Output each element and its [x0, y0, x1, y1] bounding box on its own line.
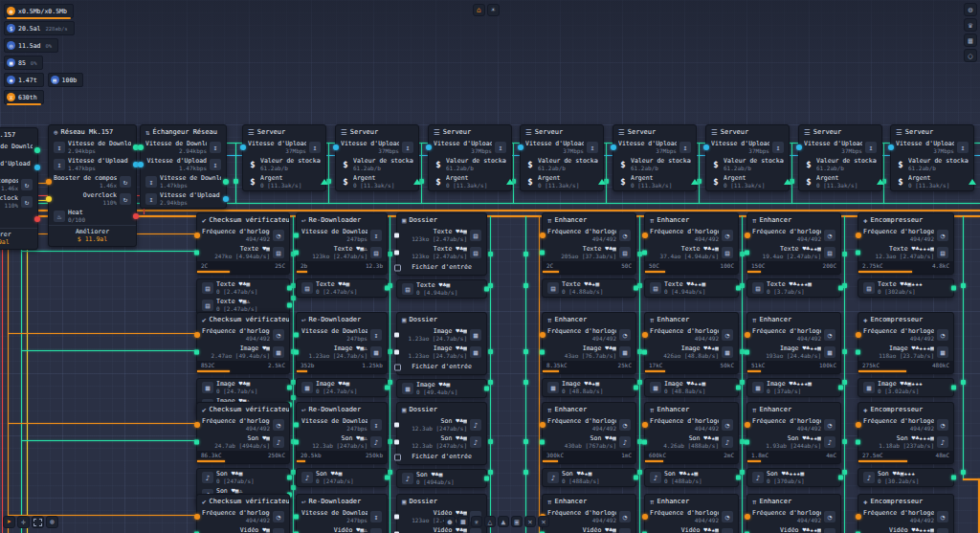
input-port[interactable]	[856, 440, 860, 445]
input-port[interactable]	[138, 144, 144, 150]
output-port[interactable]	[223, 196, 229, 202]
wire-junction[interactable]	[961, 283, 966, 288]
main-card[interactable]: ▣DossierSon ♥♣▦12.3ab [247ab/s]♪Son ♥♣▦1…	[396, 402, 487, 465]
input-port[interactable]	[194, 422, 200, 428]
upgrade-button[interactable]: Améliorer$ 11.9al	[0, 228, 37, 249]
main-card[interactable]: ⇈EnhancerFréquence d'horloge494/492◔Text…	[746, 212, 841, 275]
main-card[interactable]: ↩Re-DownloaderVitesse de Download247bps↧…	[296, 212, 388, 275]
output-port[interactable]	[385, 286, 390, 291]
output-port[interactable]	[321, 179, 328, 185]
input-port[interactable]	[540, 233, 546, 238]
outputs-card[interactable]: ▤Texte ♥♣★▦0 [4.88ab/s]	[542, 278, 636, 298]
main-card[interactable]: ⇈EnhancerFréquence d'horloge494/492◔Son …	[644, 402, 739, 464]
main-card[interactable]: ✚EncompresseurFréquence d'horloge494/492…	[858, 494, 954, 533]
tool-square-filled[interactable]: ▣	[511, 516, 523, 527]
output-port[interactable]	[634, 386, 638, 390]
input-port[interactable]	[294, 333, 299, 338]
output-port[interactable]	[413, 179, 421, 185]
wire-junction[interactable]	[523, 349, 528, 354]
delete-tool[interactable]: ⊗	[46, 516, 58, 528]
outputs-card[interactable]: ▤Texte ♥♣▦0 [2.47ab/s]	[296, 278, 388, 298]
home-button[interactable]: ⌂	[473, 4, 485, 16]
output-port[interactable]	[838, 286, 843, 291]
pan-tool[interactable]: ✛	[17, 516, 30, 528]
server-node-card[interactable]: ☰ServeurVitesse d'Upload37Mbps↥$Valeur d…	[335, 124, 419, 191]
input-port[interactable]	[856, 350, 860, 355]
output-port[interactable]	[838, 386, 843, 390]
achievements-button[interactable]: ♛	[964, 18, 977, 32]
tool-close-1[interactable]: ✕	[524, 516, 536, 527]
input-port[interactable]	[333, 144, 339, 150]
theme-button[interactable]: ☀	[487, 4, 500, 16]
outputs-card[interactable]: ▦Image ♥♣★★▦0 [48.8ab/s]	[644, 378, 739, 397]
main-card[interactable]: ⇈EnhancerFréquence d'horloge494/492◔Vidé…	[542, 494, 636, 533]
main-card[interactable]: ⇈EnhancerFréquence d'horloge494/492◔Imag…	[542, 312, 636, 374]
input-port[interactable]	[426, 144, 432, 150]
input-port[interactable]	[394, 515, 399, 520]
main-card[interactable]: ✔Checksum vérificateurFréquence d'horlog…	[196, 312, 290, 374]
wire-junction[interactable]	[388, 470, 392, 475]
wire-junction[interactable]	[740, 380, 745, 385]
output-port[interactable]	[484, 287, 489, 292]
output-port[interactable]	[34, 147, 40, 153]
server-node-card[interactable]: ☰ServeurVitesse d'Upload37Mbps↥$Valeur d…	[242, 124, 326, 191]
select-tool[interactable]: ➤	[3, 516, 15, 528]
output-port[interactable]	[951, 386, 956, 390]
output-port[interactable]	[838, 476, 843, 480]
input-port[interactable]	[745, 251, 749, 255]
input-port[interactable]	[540, 332, 546, 338]
input-port[interactable]	[745, 332, 750, 338]
tool-circle[interactable]: ●	[444, 516, 456, 527]
output-port[interactable]	[634, 286, 638, 291]
output-port[interactable]	[736, 286, 741, 291]
input-port[interactable]	[294, 423, 299, 428]
settings-button[interactable]: ⚙	[964, 3, 977, 16]
input-port[interactable]	[194, 233, 200, 238]
output-port[interactable]	[951, 476, 956, 480]
input-port[interactable]	[138, 162, 144, 167]
input-port[interactable]	[194, 332, 200, 338]
input-port[interactable]	[194, 440, 199, 445]
output-port[interactable]	[784, 179, 791, 185]
input-port[interactable]	[394, 365, 401, 371]
tool-triangle-filled[interactable]: ▲	[498, 516, 509, 527]
main-card[interactable]: ⇈EnhancerFréquence d'horloge494/492◔Vidé…	[746, 494, 841, 533]
tool-asterisk[interactable]: ✳	[471, 516, 482, 527]
input-port[interactable]	[703, 144, 709, 150]
input-port[interactable]	[294, 440, 299, 445]
input-port[interactable]	[540, 440, 545, 445]
input-port[interactable]	[194, 251, 199, 255]
output-port[interactable]	[287, 476, 292, 480]
output-port[interactable]	[34, 165, 40, 170]
input-port[interactable]	[745, 422, 750, 428]
server-node-card[interactable]: ☰ServeurVitesse d'Upload37Mbps↥$Valeur d…	[612, 124, 697, 191]
wire-junction[interactable]	[637, 380, 642, 385]
input-port[interactable]	[540, 251, 545, 255]
main-card[interactable]: ↩Re-DownloaderVitesse de Download247bps↧…	[296, 402, 388, 464]
output-port[interactable]	[598, 179, 606, 185]
output-port[interactable]	[385, 386, 390, 390]
main-card[interactable]: ✔Checksum vérificateurFréquence d'horlog…	[196, 494, 290, 533]
output-port[interactable]	[484, 387, 489, 391]
wire-junction[interactable]	[961, 380, 966, 385]
input-port[interactable]	[611, 144, 616, 150]
wire-junction[interactable]	[523, 439, 528, 444]
input-port[interactable]	[745, 233, 750, 238]
input-port[interactable]	[856, 233, 861, 238]
output-port[interactable]	[287, 303, 292, 308]
main-card[interactable]: ▣DossierTexte ♥♣▦123ko [2.47ab/s]▤Texte …	[396, 212, 487, 276]
server-node-card[interactable]: ☰ServeurVitesse d'Upload37Mbps↥$Valeur d…	[520, 124, 604, 191]
output-port[interactable]	[287, 286, 292, 291]
input-port[interactable]	[642, 332, 648, 338]
wire-junction[interactable]	[388, 439, 392, 444]
input-port[interactable]	[745, 350, 749, 355]
wire-junction[interactable]	[842, 470, 847, 475]
wire-junction[interactable]	[637, 470, 642, 475]
wire-junction[interactable]	[488, 380, 493, 385]
main-card[interactable]: ▣DossierImage ♥♣▦1.23ao [24.7ab/s]▦Image…	[396, 312, 487, 375]
tool-triangle[interactable]: △	[484, 516, 496, 527]
input-port[interactable]	[394, 423, 399, 428]
outputs-card[interactable]: ▦Image ♥♣▦0 [49.4ab/s]	[396, 379, 487, 398]
input-port[interactable]	[394, 350, 399, 355]
wire-junction[interactable]	[842, 380, 847, 385]
